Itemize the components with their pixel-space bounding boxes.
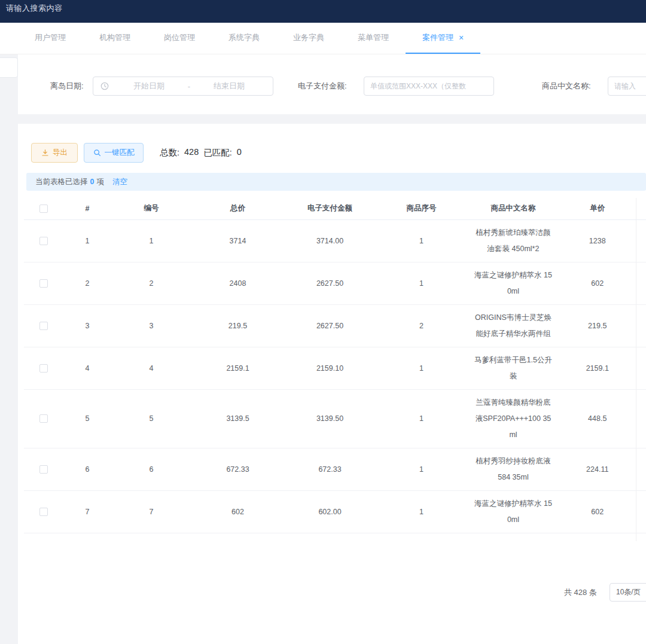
cell-unit: 2159.1: [559, 347, 636, 389]
cell-code: 7: [111, 490, 191, 533]
row-checkbox[interactable]: [39, 279, 48, 288]
cell-sliver: [636, 347, 646, 389]
cell-paid: 1398.47: [284, 533, 376, 541]
page-size-value: 10条/页: [616, 588, 641, 596]
cell-sliver: [636, 533, 646, 541]
tab-label: 系统字典: [228, 32, 260, 43]
col-product-name: 商品中文名称: [467, 198, 559, 219]
table-row: 881398.471398.471卡诗菁纯亮泽经典香氛466.16: [24, 533, 646, 541]
cell-idx: 8: [63, 533, 111, 541]
table-row: 553139.53139.501兰蔻菁纯臻颜精华粉底液SPF20PA+++100…: [24, 389, 646, 448]
cell-total: 2159.1: [191, 347, 284, 389]
cell-seq: 1: [376, 448, 467, 490]
cell-name: 马爹利蓝带干邑1.5公升装: [467, 347, 559, 389]
cell-name: 兰蔻菁纯臻颜精华粉底液SPF20PA+++100 35ml: [467, 389, 559, 448]
amount-input[interactable]: [364, 77, 494, 96]
cell-unit: 466.16: [559, 533, 636, 541]
matched-value: 0: [237, 147, 242, 158]
row-checkbox[interactable]: [39, 414, 48, 423]
cell-paid: 3714.00: [284, 219, 376, 262]
one-click-match-button[interactable]: 一键匹配: [84, 143, 144, 163]
selection-bar: 当前表格已选择 0 项 清空: [26, 173, 646, 191]
page-size-select[interactable]: 10条/页: [610, 583, 646, 602]
date-start-placeholder[interactable]: 开始日期: [112, 81, 185, 91]
cell-seq: 1: [376, 389, 467, 448]
tab-4[interactable]: 业务字典: [276, 23, 341, 54]
table-row: 1137143714.001植村秀新琥珀臻萃洁颜油套装 450ml*21238: [24, 219, 646, 262]
cell-total: 602: [191, 490, 284, 533]
cell-code: 5: [111, 389, 191, 448]
tab-1[interactable]: 机构管理: [83, 23, 147, 54]
cell-unit: 1238: [559, 219, 636, 262]
tab-0[interactable]: 用户管理: [18, 23, 83, 54]
cell-sliver: [636, 490, 646, 533]
col-epay-amount: 电子支付金额: [284, 198, 376, 219]
selection-count: 0: [88, 178, 97, 186]
cell-unit: 602: [559, 490, 636, 533]
cell-unit: 602: [559, 262, 636, 304]
matched-label: 已匹配:: [203, 147, 232, 158]
cell-seq: 1: [376, 219, 467, 262]
clear-selection-link[interactable]: 清空: [112, 177, 127, 187]
tab-label: 案件管理: [422, 32, 453, 43]
export-button[interactable]: 导出: [31, 143, 78, 163]
clock-icon: [100, 82, 109, 90]
cell-name: 海蓝之谜修护精萃水 150ml: [467, 490, 559, 533]
row-checkbox[interactable]: [39, 465, 48, 474]
cell-unit: 224.11: [559, 448, 636, 490]
cell-idx: 7: [63, 490, 111, 533]
cell-paid: 2159.10: [284, 347, 376, 389]
col-code: 编号: [111, 198, 191, 219]
col-checkbox: [24, 198, 63, 219]
cell-idx: 3: [63, 304, 111, 347]
date-range-picker[interactable]: 开始日期 - 结束日期: [93, 77, 273, 96]
row-checkbox[interactable]: [39, 237, 48, 245]
search-input[interactable]: 请输入搜索内容: [6, 3, 63, 14]
table-header-row: # 编号 总价 电子支付金额 商品序号 商品中文名称 单价: [24, 198, 646, 219]
select-all-checkbox[interactable]: [39, 205, 48, 213]
row-checkbox[interactable]: [39, 322, 48, 330]
cell-code: 1: [111, 219, 191, 262]
tab-close-icon[interactable]: ×: [459, 33, 464, 42]
row-checkbox[interactable]: [39, 508, 48, 516]
cell-idx: 4: [63, 347, 111, 389]
page: 请输入搜索内容 用户管理机构管理岗位管理系统字典业务字典菜单管理案件管理× 离岛…: [0, 0, 646, 644]
tab-6[interactable]: 案件管理×: [406, 23, 480, 54]
cell-seq: 1: [376, 533, 467, 541]
cell-seq: 1: [376, 347, 467, 389]
cell-sliver: [636, 219, 646, 262]
cell-checkbox: [24, 262, 63, 304]
cell-total: 672.33: [191, 448, 284, 490]
tab-5[interactable]: 菜单管理: [341, 23, 406, 54]
cell-checkbox: [24, 533, 63, 541]
product-name-input[interactable]: [608, 77, 646, 96]
cell-total: 219.5: [191, 304, 284, 347]
tab-label: 用户管理: [35, 32, 66, 43]
cell-sliver: [636, 304, 646, 347]
cell-paid: 602.00: [284, 490, 376, 533]
date-filter-label: 离岛日期:: [50, 77, 84, 96]
cell-sliver: [636, 262, 646, 304]
cell-paid: 2627.50: [284, 262, 376, 304]
cell-total: 2408: [191, 262, 284, 304]
cell-unit: 219.5: [559, 304, 636, 347]
cell-seq: 1: [376, 490, 467, 533]
cell-seq: 2: [376, 304, 467, 347]
cell-code: 4: [111, 347, 191, 389]
cell-code: 6: [111, 448, 191, 490]
col-product-seq: 商品序号: [376, 198, 467, 219]
data-table: # 编号 总价 电子支付金额 商品序号 商品中文名称 单价 1137143714…: [24, 198, 646, 541]
row-checkbox[interactable]: [39, 364, 48, 373]
date-end-placeholder[interactable]: 结束日期: [193, 81, 266, 91]
cell-name: ORIGINS韦博士灵芝焕能好底子精华水两件组: [467, 304, 559, 347]
table-row: 66672.33672.331植村秀羽纱持妆粉底液 584 35ml224.11: [24, 448, 646, 490]
selection-suffix: 项: [96, 177, 104, 187]
table-row: 442159.12159.101马爹利蓝带干邑1.5公升装2159.1: [24, 347, 646, 389]
cell-checkbox: [24, 448, 63, 490]
tab-bar: 用户管理机构管理岗位管理系统字典业务字典菜单管理案件管理×: [0, 23, 646, 54]
tab-3[interactable]: 系统字典: [212, 23, 276, 54]
cell-checkbox: [24, 304, 63, 347]
collapsed-panel-corner[interactable]: [0, 57, 18, 78]
cell-sliver: [636, 389, 646, 448]
tab-2[interactable]: 岗位管理: [147, 23, 212, 54]
